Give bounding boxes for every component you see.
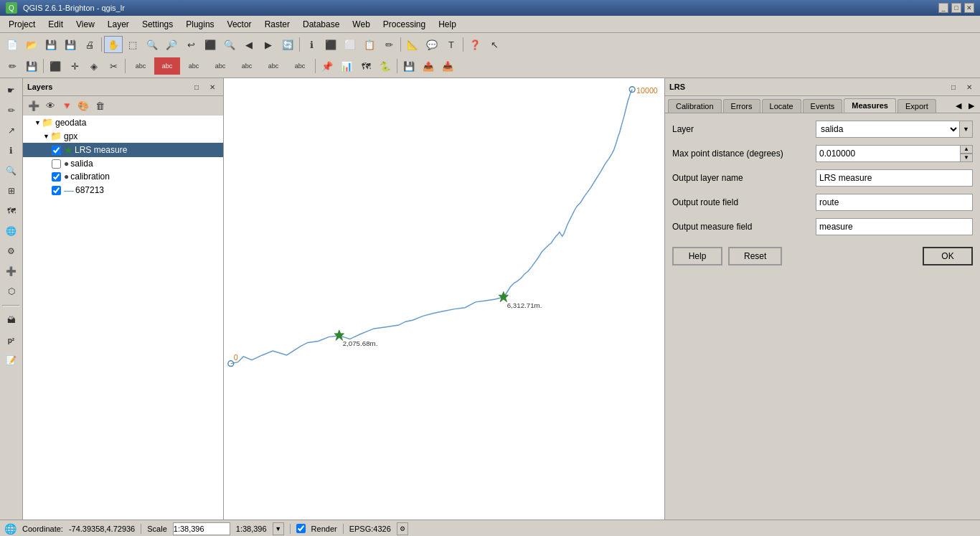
tool-select[interactable]: ↗	[2, 121, 21, 140]
layer-687213[interactable]: — 687213	[23, 183, 223, 197]
layers-remove[interactable]: 🗑	[92, 98, 108, 113]
maxdist-down[interactable]: ▼	[960, 154, 973, 162]
layer-calibration[interactable]: ● calibration	[23, 170, 223, 183]
layers-style[interactable]: 🎨	[75, 98, 91, 113]
layer-lrs-measure-check[interactable]	[52, 146, 61, 155]
tool-script[interactable]: 📝	[2, 351, 21, 370]
tb-print[interactable]: 🖨	[80, 36, 99, 53]
outlayer-input[interactable]	[816, 169, 973, 187]
layer-dropdown-btn[interactable]: ▼	[960, 121, 973, 138]
tool-edit[interactable]: ✏	[2, 101, 21, 120]
map-area[interactable]: 10000 0 2,075.68m. 6,312.71m.	[224, 78, 664, 519]
layers-close[interactable]: ✕	[206, 80, 219, 93]
scale-input[interactable]	[173, 522, 230, 535]
tb2-label1[interactable]: abc	[128, 57, 154, 75]
tb-zoom-out[interactable]: 🔎	[162, 36, 181, 53]
maximize-btn[interactable]: □	[951, 3, 961, 13]
maxdist-spinner[interactable]: ▲ ▼	[960, 145, 973, 162]
tab-errors[interactable]: Errors	[723, 99, 760, 113]
tb2-save-edit[interactable]: 💾	[22, 57, 41, 75]
tb2-python[interactable]: 🐍	[376, 57, 395, 75]
render-checkbox[interactable]	[296, 524, 306, 533]
scale-dropdown[interactable]: ▼	[273, 522, 284, 535]
menu-database[interactable]: Database	[297, 18, 345, 31]
layer-salida-check[interactable]	[52, 159, 61, 169]
layers-expand[interactable]: □	[190, 80, 203, 93]
tool-route[interactable]: 🗺	[2, 202, 21, 220]
tool-unknown[interactable]: ⬡	[2, 282, 21, 301]
tb-deselect[interactable]: ⬜	[341, 36, 359, 53]
layer-calibration-check[interactable]	[52, 172, 61, 182]
tool-raster[interactable]: 🏔	[2, 311, 21, 329]
tool-p2[interactable]: p²	[2, 331, 21, 349]
outmeasure-input[interactable]	[816, 218, 973, 235]
tab-prev[interactable]: ◀	[953, 100, 964, 112]
menu-plugins[interactable]: Plugins	[180, 18, 220, 31]
layers-filter[interactable]: 🔻	[59, 98, 75, 113]
reset-button[interactable]: Reset	[728, 247, 782, 265]
tb-select-feat[interactable]: ⬛	[321, 36, 340, 53]
tb2-save2[interactable]: 💾	[400, 57, 418, 75]
layer-select[interactable]: salida	[816, 121, 960, 138]
ok-button[interactable]: OK	[923, 247, 973, 265]
tb-zoom-prev[interactable]: ◀	[240, 36, 258, 53]
tb-stat[interactable]: ✏	[380, 36, 398, 53]
tb-pan[interactable]: ✋	[104, 36, 123, 53]
tb-identify[interactable]: ℹ	[302, 36, 321, 53]
tool-identify[interactable]: ℹ	[2, 141, 21, 160]
tool-globe[interactable]: 🌐	[2, 222, 21, 240]
tb-attr-table[interactable]: 📋	[360, 36, 379, 53]
tool-zoom-layer[interactable]: ⊞	[2, 182, 21, 200]
tb-open[interactable]: 📂	[22, 36, 41, 53]
tb2-delete-sel[interactable]: ✂	[104, 57, 123, 75]
menu-vector[interactable]: Vector	[222, 18, 258, 31]
maxdist-up[interactable]: ▲	[960, 145, 973, 154]
close-btn[interactable]: ✕	[964, 3, 974, 13]
tb2-export[interactable]: 📤	[419, 57, 438, 75]
tb-save[interactable]: 💾	[42, 36, 60, 53]
tb2-label7[interactable]: abc	[287, 57, 313, 75]
tb2-label5[interactable]: abc	[234, 57, 260, 75]
tb2-node-tool[interactable]: ◈	[85, 57, 103, 75]
tab-measures[interactable]: Measures	[844, 98, 896, 113]
outroute-input[interactable]	[816, 194, 973, 211]
layers-add[interactable]: ➕	[26, 98, 42, 113]
tab-next[interactable]: ▶	[966, 100, 977, 112]
tb-annotate[interactable]: 💬	[423, 36, 441, 53]
tool-add[interactable]: ➕	[2, 262, 21, 281]
tool-zoom[interactable]: 🔍	[2, 161, 21, 180]
tb-zoom-in[interactable]: 🔍	[143, 36, 161, 53]
lrs-expand[interactable]: □	[947, 80, 960, 93]
tb-refresh[interactable]: 🔄	[278, 36, 297, 53]
menu-layer[interactable]: Layer	[102, 18, 135, 31]
tb2-move-feat[interactable]: ✛	[65, 57, 84, 75]
tb-help[interactable]: ❓	[466, 36, 484, 53]
menu-project[interactable]: Project	[3, 18, 41, 31]
tb2-add-feat[interactable]: ⬛	[46, 57, 65, 75]
tab-export[interactable]: Export	[897, 99, 936, 113]
tb2-chart[interactable]: 📊	[337, 57, 356, 75]
tb2-label4[interactable]: abc	[207, 57, 233, 75]
tb2-layer-ctrl[interactable]: 🗺	[357, 57, 375, 75]
tb-zoom-sel[interactable]: 🔍	[220, 36, 239, 53]
tool-settings[interactable]: ⚙	[2, 242, 21, 260]
tb2-label2[interactable]: abc	[154, 57, 180, 75]
tb2-toggle-edit[interactable]: ✏	[3, 57, 22, 75]
menu-processing[interactable]: Processing	[377, 18, 431, 31]
layer-salida[interactable]: ● salida	[23, 157, 223, 170]
tb2-import[interactable]: 📥	[438, 57, 457, 75]
tb-zoom-layer[interactable]: ⬛	[201, 36, 220, 53]
menu-settings[interactable]: Settings	[136, 18, 179, 31]
tb-measure[interactable]: 📐	[403, 36, 422, 53]
tb2-pin[interactable]: 📌	[318, 57, 336, 75]
maxdist-input[interactable]	[816, 145, 960, 162]
menu-web[interactable]: Web	[347, 18, 375, 31]
tb-zoom-full[interactable]: ↩	[182, 36, 200, 53]
menu-edit[interactable]: Edit	[42, 18, 69, 31]
layer-687213-check[interactable]	[52, 186, 61, 195]
help-button[interactable]: Help	[672, 247, 722, 265]
tool-touch[interactable]: ☛	[2, 81, 21, 100]
layer-geodata[interactable]: ▼ 📁 geodata	[23, 116, 223, 129]
layers-show[interactable]: 👁	[42, 98, 58, 113]
tb-save-as[interactable]: 💾	[61, 36, 80, 53]
